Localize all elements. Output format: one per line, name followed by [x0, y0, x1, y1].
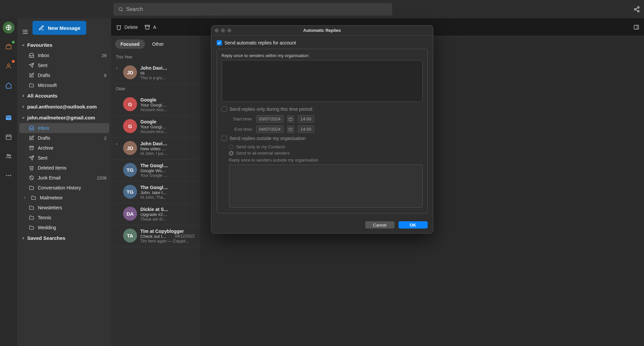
svg-line-1	[122, 10, 123, 11]
briefcase-icon[interactable]	[3, 41, 15, 53]
more-icon[interactable]	[3, 170, 15, 181]
chevron-down-icon	[21, 116, 25, 120]
globe-icon[interactable]	[3, 22, 15, 34]
message-item[interactable]: JD John Davi… Hi This is a gro…	[111, 62, 199, 84]
folder-inbox-fav[interactable]: Inbox 29	[19, 50, 109, 60]
section-all-accounts[interactable]: All Accounts	[19, 90, 109, 101]
chevron-right-icon	[21, 236, 25, 240]
home-icon[interactable]	[3, 79, 15, 91]
person-icon[interactable]	[3, 60, 15, 72]
start-date-field[interactable]: 03/07/2024	[256, 115, 284, 123]
new-message-label: New Message	[48, 25, 80, 31]
message-item[interactable]: DA Dickie at S… Upgrade #2… These are th…	[111, 203, 199, 225]
svg-point-3	[634, 8, 636, 10]
svg-point-16	[9, 155, 11, 156]
section-saved-searches[interactable]: Saved Searches	[19, 233, 109, 243]
avatar: TG	[123, 185, 137, 199]
delete-button[interactable]: Delete	[116, 24, 138, 30]
folder-junk[interactable]: Junk Email 2208	[19, 173, 109, 183]
start-time-field[interactable]: 14:00	[298, 115, 315, 123]
message-sender: Tim at Copyblogger	[140, 229, 195, 234]
calendar-icon[interactable]	[287, 115, 294, 123]
time-period-label: Send replies only during this time perio…	[230, 106, 314, 112]
chevron-right-icon	[21, 94, 25, 98]
automatic-replies-dialog: Automatic Replies Send automatic replies…	[211, 25, 433, 234]
folder-deleted[interactable]: Deleted Items	[19, 163, 109, 173]
reply-outside-textarea[interactable]	[229, 165, 423, 208]
time-period-checkbox[interactable]	[222, 106, 227, 112]
outside-org-label: Send replies outside my organisation	[230, 136, 306, 141]
avatar: G	[123, 97, 137, 111]
svg-point-0	[119, 7, 122, 10]
search-field[interactable]: Search	[113, 3, 392, 16]
new-message-button[interactable]: New Message	[33, 21, 86, 35]
hamburger-icon[interactable]	[19, 25, 33, 35]
message-item[interactable]: G Google Your Googl… Account reco…	[111, 94, 199, 116]
end-time-field[interactable]: 14:00	[298, 125, 315, 133]
sent-icon	[29, 155, 35, 161]
folder-newsletters[interactable]: Newsletters	[19, 203, 109, 213]
message-subject: Your Googl…	[140, 103, 166, 107]
folder-wedding[interactable]: Wedding	[19, 223, 109, 233]
send-auto-label: Send automatic replies for account	[225, 40, 296, 45]
svg-point-15	[7, 154, 9, 156]
svg-rect-31	[145, 25, 150, 26]
folder-sent-fav[interactable]: Sent	[19, 60, 109, 70]
end-date-field[interactable]: 04/07/2024	[256, 125, 284, 133]
message-item[interactable]: TG The Googl… Google Wo… Your Google …	[111, 160, 199, 181]
chevron-right-icon[interactable]	[115, 65, 120, 80]
sent-icon	[29, 63, 35, 68]
reply-within-textarea[interactable]	[222, 60, 423, 102]
section-acct-john[interactable]: john.mailmeteor@gmail.com	[19, 112, 109, 123]
folder-archive[interactable]: Archive	[19, 143, 109, 153]
chevron-down-icon	[21, 43, 25, 47]
outside-org-checkbox[interactable]	[222, 136, 227, 141]
message-item[interactable]: TG The Googl… John, take t… Hi John, Tha…	[111, 181, 199, 203]
people-icon[interactable]	[3, 150, 15, 162]
all-external-radio[interactable]	[229, 151, 234, 156]
message-sender: John Davi…	[140, 65, 195, 71]
folder-mailmeteor[interactable]: Mailmeteor	[19, 193, 109, 203]
avatar: DA	[123, 207, 137, 221]
message-item[interactable]: TA Tim at Copyblogger Check out t…04/12/…	[111, 225, 199, 247]
folder-icon	[29, 185, 35, 190]
folder-tennis[interactable]: Tennis	[19, 213, 109, 223]
message-subject: Upgrade #2…	[140, 212, 167, 217]
message-subject: Your Googl…	[140, 124, 166, 129]
folder-conversation-history[interactable]: Conversation History	[19, 183, 109, 193]
svg-rect-36	[289, 128, 292, 131]
svg-line-30	[30, 176, 33, 179]
ok-button[interactable]: OK	[398, 221, 428, 229]
chevron-right-icon[interactable]	[115, 141, 120, 156]
section-favourites[interactable]: Favourites	[19, 39, 109, 50]
message-sender: The Googl…	[140, 163, 195, 168]
folder-microsoft-fav[interactable]: Microsoft	[19, 80, 109, 90]
svg-point-18	[8, 175, 9, 176]
tab-focused[interactable]: Focused	[115, 39, 145, 49]
folder-icon	[29, 225, 35, 230]
section-acct-paul[interactable]: paul.anthonioz@outlook.com	[19, 101, 109, 112]
message-item[interactable]: JD John Davi… New video … Hi John, I jus…	[111, 138, 199, 160]
svg-point-9	[8, 64, 10, 66]
folder-icon	[29, 215, 35, 220]
archive-button[interactable]: A	[144, 24, 156, 30]
tab-other[interactable]: Other	[147, 39, 169, 49]
mail-icon[interactable]	[3, 112, 15, 124]
folder-sent[interactable]: Sent	[19, 153, 109, 163]
svg-line-5	[636, 8, 638, 9]
cancel-button[interactable]: Cancel	[365, 221, 394, 229]
only-contacts-radio[interactable]	[229, 145, 234, 149]
folder-drafts-fav[interactable]: Drafts 8	[19, 70, 109, 80]
folder-drafts[interactable]: Drafts 2	[19, 133, 109, 143]
calendar-icon[interactable]	[3, 131, 15, 143]
message-sender: The Googl…	[140, 185, 195, 190]
share-icon[interactable]	[633, 6, 640, 13]
send-auto-checkbox[interactable]	[217, 40, 222, 45]
message-item[interactable]: G Google Your Googl… Account reco…	[111, 116, 199, 138]
drafts-icon	[29, 135, 35, 141]
message-sender: Dickie at S…	[140, 207, 195, 212]
archive-icon	[144, 24, 150, 30]
panel-toggle-icon[interactable]	[633, 24, 639, 30]
folder-inbox[interactable]: Inbox	[19, 123, 109, 133]
calendar-icon[interactable]	[287, 126, 294, 133]
